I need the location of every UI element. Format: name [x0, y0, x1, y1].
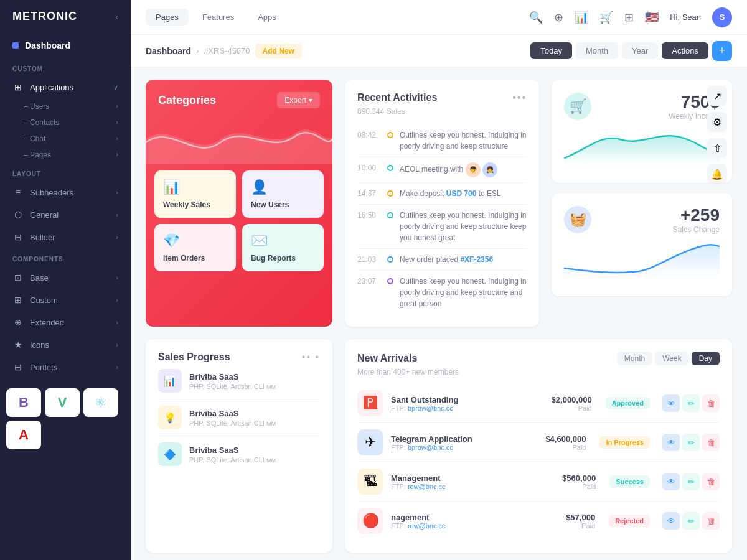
arrival-logo-3: 🏗 — [357, 469, 383, 495]
sales-change-icon-circle: 🧺 — [564, 206, 591, 233]
arrival-view-4[interactable]: 👁 — [662, 512, 680, 530]
arrival-badge-3: Success — [609, 475, 650, 488]
activities-title: Recent Activities — [357, 92, 437, 103]
sidebar-item-subheaders[interactable]: ≡ Subheaders › — [0, 181, 131, 203]
activities-menu-icon[interactable]: ••• — [512, 92, 527, 103]
send-icon[interactable]: ↗ — [707, 86, 727, 106]
base-label: Base — [30, 273, 49, 282]
year-button[interactable]: Year — [622, 42, 658, 59]
arrival-delete-4[interactable]: 🗑 — [702, 512, 720, 530]
top-navigation: Pages Features Apps 🔍 ⊕ 📊 🛒 ⊞ 🇺🇸 Hi, Sea… — [131, 0, 747, 35]
tab-features[interactable]: Features — [192, 9, 244, 26]
breadcrumb-dashboard[interactable]: Dashboard — [146, 46, 191, 56]
recent-activities-card: Recent Activities ••• 890,344 Sales 08:4… — [345, 80, 539, 327]
add-new-button[interactable]: Add New — [255, 44, 302, 58]
sidebar-item-icons[interactable]: ★ Icons › — [0, 334, 131, 356]
categories-grid: 📊 Weekly Sales 👤 New Users 💎 Item Orders… — [146, 170, 332, 280]
arrivals-week-btn[interactable]: Week — [655, 352, 688, 365]
month-button[interactable]: Month — [576, 42, 618, 59]
sales-info-2: Briviba SaaS PHP, SQLite, Artisan CLI мм — [189, 409, 320, 427]
tab-apps[interactable]: Apps — [248, 9, 286, 26]
weekly-sales-icon: 📊 — [163, 179, 180, 195]
sales-menu-icon[interactable]: •• • — [302, 352, 320, 363]
arrival-view-2[interactable]: 👁 — [662, 434, 680, 451]
sidebar-item-extended[interactable]: ⊕ Extended › — [0, 311, 131, 334]
arrival-price-3: $560,000 — [562, 474, 596, 483]
sidebar-item-base[interactable]: ⊡ Base › — [0, 266, 131, 289]
user-greeting: Hi, Sean — [670, 12, 701, 22]
arrival-delete-2[interactable]: 🗑 — [702, 434, 720, 451]
sidebar-item-applications[interactable]: ⊞ Applications ∨ — [0, 76, 131, 98]
network-icon[interactable]: ⊕ — [554, 11, 563, 24]
sales-desc-1: PHP, SQLite, Artisan CLI мм — [189, 383, 320, 390]
sidebar-sub-contacts[interactable]: – Contacts › — [0, 114, 131, 131]
arrival-edit-2[interactable]: ✏ — [682, 434, 700, 451]
arrival-delete-1[interactable]: 🗑 — [702, 394, 720, 412]
export-button[interactable]: Export ▾ — [277, 92, 320, 108]
add-plus-button[interactable]: + — [712, 41, 732, 61]
brand-name: METRONIC — [12, 10, 77, 23]
sidebar-sub-chat[interactable]: – Chat › — [0, 131, 131, 147]
sub-contacts: – Contacts — [24, 118, 59, 127]
topnav-tabs: Pages Features Apps — [146, 9, 286, 26]
user-avatar[interactable]: S — [712, 7, 732, 27]
cart-icon[interactable]: 🛒 — [599, 11, 613, 24]
applications-icon: ⊞ — [12, 82, 24, 93]
wave-chart — [146, 114, 332, 164]
today-button[interactable]: Today — [530, 42, 572, 59]
category-new-users[interactable]: 👤 New Users — [242, 170, 324, 218]
arrival-badge-1: Approved — [606, 397, 650, 409]
bell-icon[interactable]: 🔔 — [707, 164, 727, 183]
arrival-name-4: nagement — [391, 513, 558, 522]
category-bug-reports[interactable]: ✉️ Bug Reports — [242, 224, 324, 271]
contacts-chevron-icon: › — [116, 118, 118, 127]
act-avatars: 👦 👧 — [466, 162, 497, 177]
sidebar-logo-area: METRONIC ‹ — [0, 0, 131, 33]
arrival-ftp-2: FTP: bprow@bnc.cc — [391, 444, 538, 451]
category-item-orders[interactable]: 💎 Item Orders — [154, 224, 236, 271]
deposit-link[interactable]: USD 700 — [446, 189, 477, 198]
arrival-view-1[interactable]: 👁 — [662, 394, 680, 412]
arrivals-month-btn[interactable]: Month — [617, 352, 652, 365]
arrival-edit-1[interactable]: ✏ — [682, 394, 700, 412]
arrival-amount-1: $2,000,000 Paid — [552, 395, 592, 412]
arrivals-day-btn[interactable]: Day — [692, 352, 720, 365]
arrival-view-3[interactable]: 👁 — [662, 473, 680, 490]
sidebar-item-general[interactable]: ⬡ General › — [0, 203, 131, 226]
chat-chevron-icon: › — [116, 134, 118, 143]
categories-title: Categories — [158, 94, 216, 107]
activity-item-6: 23:07 Outlines keep you honest. Indulgin… — [357, 271, 527, 314]
search-icon[interactable]: 🔍 — [529, 11, 543, 24]
arrival-delete-3[interactable]: 🗑 — [702, 473, 720, 490]
share-icon[interactable]: ⇧ — [707, 138, 727, 158]
sidebar-collapse-icon[interactable]: ‹ — [115, 12, 118, 22]
export-label: Export — [284, 96, 306, 105]
arrival-edit-3[interactable]: ✏ — [682, 473, 700, 490]
arrival-edit-4[interactable]: ✏ — [682, 512, 700, 530]
sales-logo-2: 💡 — [158, 406, 182, 429]
applications-label: Applications — [30, 83, 73, 92]
general-chevron-icon: › — [116, 211, 118, 218]
category-weekly-sales[interactable]: 📊 Weekly Sales — [154, 170, 236, 218]
sales-progress-title: Sales Progress — [158, 352, 230, 362]
chart-icon[interactable]: 📊 — [575, 11, 588, 24]
sidebar-item-custom[interactable]: ⊞ Custom › — [0, 289, 131, 311]
sidebar-item-dashboard[interactable]: Dashboard — [0, 33, 131, 58]
activity-item-4: 16:50 Outlines keep you honest. Indulgin… — [357, 205, 527, 249]
actions-button[interactable]: Actions — [662, 42, 708, 59]
order-link[interactable]: #XF-2356 — [460, 255, 493, 264]
sidebar-sub-users[interactable]: – Users › — [0, 98, 131, 114]
sidebar-sub-pages[interactable]: – Pages › — [0, 147, 131, 163]
act-dot-2 — [387, 165, 393, 171]
sidebar-item-portlets[interactable]: ⊟ Portlets › — [0, 356, 131, 378]
flag-icon[interactable]: 🇺🇸 — [645, 11, 659, 24]
sales-desc-3: PHP, SQLite, Artisan CLI мм — [189, 456, 320, 464]
arrival-price-4: $57,000 — [566, 513, 595, 522]
settings-icon[interactable]: ⚙ — [707, 112, 727, 132]
pages-chevron-icon: › — [116, 151, 118, 159]
grid-icon[interactable]: ⊞ — [624, 11, 634, 24]
arrivals-time-filter: Month Week Day — [617, 352, 720, 365]
tab-pages[interactable]: Pages — [146, 9, 189, 26]
sidebar-item-builder[interactable]: ⊟ Builder › — [0, 226, 131, 248]
icons-icon: ★ — [12, 339, 24, 350]
